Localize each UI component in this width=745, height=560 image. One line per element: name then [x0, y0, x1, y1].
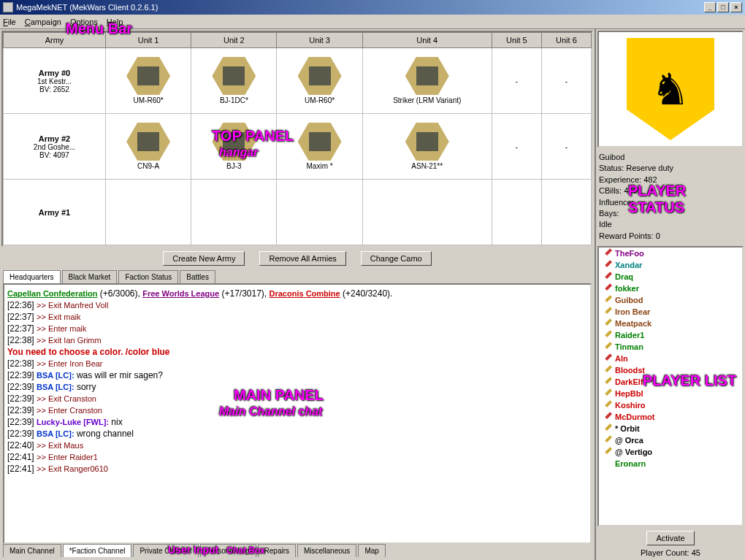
player-row[interactable]: Raider1 [599, 329, 742, 341]
sword-icon [602, 377, 612, 387]
player-row[interactable]: TheFoo [599, 248, 742, 259]
chat-area: Capellan Confederation (+6/3006), Free W… [3, 283, 592, 544]
faction-link[interactable]: Capellan Confederation [7, 289, 97, 298]
maximize-button[interactable]: □ [717, 2, 729, 12]
chat-tab-miscellaneous[interactable]: Miscellaneous [297, 544, 356, 557]
player-row[interactable]: Guibod [599, 294, 742, 306]
player-row[interactable]: Aln [599, 353, 742, 364]
unit-cell[interactable]: - [492, 114, 541, 180]
player-row[interactable]: * Orbit [599, 423, 742, 434]
close-button[interactable]: × [730, 2, 742, 12]
army-cell[interactable]: Army #1 [4, 180, 106, 245]
main-tabs: HeadquartersBlack MarketFaction StatusBa… [0, 269, 595, 283]
player-row[interactable]: fokker [599, 283, 742, 294]
army-cell[interactable]: Army #22nd Goshe...BV: 4097 [4, 114, 106, 180]
status-line: Status: Reserve duty [599, 163, 742, 174]
menu-campaign[interactable]: Campaign [25, 18, 61, 26]
hangar-header: Unit 1 [106, 33, 191, 48]
player-name-label: DarkElf [615, 377, 643, 386]
chat-line: [22:41] >> Exit Ranger0610 [7, 463, 587, 475]
unit-cell[interactable]: CN9-A [106, 114, 191, 180]
sword-icon [602, 412, 612, 422]
unit-cell[interactable] [541, 180, 591, 245]
player-name-label: Guibod [615, 296, 643, 304]
unit-cell[interactable]: BJ-3 [191, 114, 277, 180]
tab-faction-status[interactable]: Faction Status [118, 270, 178, 283]
army-cell[interactable]: Army #01st Kestr...BV: 2652 [4, 48, 106, 114]
player-name-label: * Orbit [615, 424, 640, 433]
menu-file[interactable]: File [3, 18, 16, 26]
player-row[interactable]: Tinman [599, 341, 742, 353]
chat-line: [22:37] >> Enter maik [7, 323, 587, 334]
menubar: File Campaign Options Help [0, 15, 745, 29]
player-row[interactable]: Xandar [599, 259, 742, 271]
player-row[interactable]: Iron Bear [599, 306, 742, 318]
chat-tab-repairs[interactable]: Repairs [258, 544, 296, 557]
hangar-header: Unit 5 [492, 33, 541, 48]
tab-battles[interactable]: Battles [180, 270, 215, 283]
change-camo-button[interactable]: Change Camo [361, 251, 432, 266]
player-status: Guibod Status: Reserve dutyExperience: 4… [596, 149, 745, 245]
sword-icon [602, 330, 612, 340]
sword-icon [602, 295, 612, 305]
unit-cell[interactable]: - [541, 114, 591, 180]
unit-cell[interactable] [106, 180, 191, 245]
create-new-army-button[interactable]: Create New Army [163, 251, 245, 266]
status-line: Influence: [599, 197, 742, 208]
player-row[interactable]: @ Orca [599, 434, 742, 446]
hangar-buttons: Create New ArmyRemove All ArmiesChange C… [0, 248, 595, 269]
unit-cell[interactable]: BJ-1DC* [191, 48, 277, 114]
chat-line: [22:39] >> Enter Cranston [7, 404, 587, 416]
hangar-header: Army [4, 33, 106, 48]
chat-tab-map[interactable]: Map [358, 544, 385, 557]
remove-all-armies-button[interactable]: Remove All Armies [259, 251, 345, 266]
sword-icon [602, 365, 612, 375]
player-name-label: Xandar [615, 261, 642, 269]
player-name-label: @ Vertigo [615, 448, 652, 456]
faction-link[interactable]: Draconis Combine [270, 289, 340, 298]
sword-icon [602, 248, 612, 258]
sword-icon [602, 353, 612, 364]
player-row[interactable]: Eronarn [599, 458, 742, 469]
sword-icon [602, 400, 612, 410]
unit-cell[interactable] [191, 180, 277, 245]
player-row[interactable]: Koshiro [599, 399, 742, 411]
crest-icon: ♞ [627, 38, 714, 140]
player-row[interactable]: Bloodst [599, 364, 742, 376]
unit-cell[interactable]: - [541, 48, 591, 114]
unit-cell[interactable]: Striker (LRM Variant) [362, 48, 492, 114]
activate-button[interactable]: Activate [646, 531, 694, 545]
tab-headquarters[interactable]: Headquarters [3, 270, 61, 283]
player-row[interactable]: DarkElf [599, 376, 742, 388]
unit-cell[interactable]: UM-R60* [106, 48, 191, 114]
chat-tab--faction-channel[interactable]: *Faction Channel [63, 544, 132, 557]
menu-options[interactable]: Options [70, 18, 98, 26]
unit-cell[interactable]: UM-R60* [277, 48, 362, 114]
chat-tab-main-channel[interactable]: Main Channel [3, 544, 61, 557]
status-line: CBills: 4237 [599, 185, 742, 196]
unit-cell[interactable]: ASN-21** [362, 114, 492, 180]
unit-cell[interactable] [492, 180, 541, 245]
faction-link[interactable]: Free Worlds League [142, 289, 219, 298]
unit-cell[interactable]: Maxim * [277, 114, 362, 180]
player-row[interactable]: Draq [599, 271, 742, 283]
chat-tab-private-channel[interactable]: Private Channel [133, 544, 198, 557]
chat-tab-personal-log[interactable]: Personal Log [200, 544, 256, 557]
player-name-label: Koshiro [615, 401, 646, 410]
sword-icon [602, 283, 612, 294]
tab-black-market[interactable]: Black Market [62, 270, 118, 283]
player-row[interactable]: McDurmot [599, 411, 742, 423]
unit-cell[interactable]: - [492, 48, 541, 114]
status-line: Idle [599, 219, 742, 230]
menu-help[interactable]: Help [107, 18, 123, 26]
unit-cell[interactable] [277, 180, 362, 245]
player-name-label: Eronarn [615, 459, 646, 468]
unit-cell[interactable] [362, 180, 492, 245]
player-row[interactable]: HepBbI [599, 388, 742, 399]
player-row[interactable]: @ Vertigo [599, 446, 742, 458]
hangar-header: Unit 6 [541, 33, 591, 48]
chat-line: [22:39] Lucky-Luke [FWL]: nix [7, 416, 587, 428]
player-row[interactable]: Meatpack [599, 318, 742, 329]
player-name: Guibod [599, 152, 742, 163]
minimize-button[interactable]: _ [704, 2, 716, 12]
